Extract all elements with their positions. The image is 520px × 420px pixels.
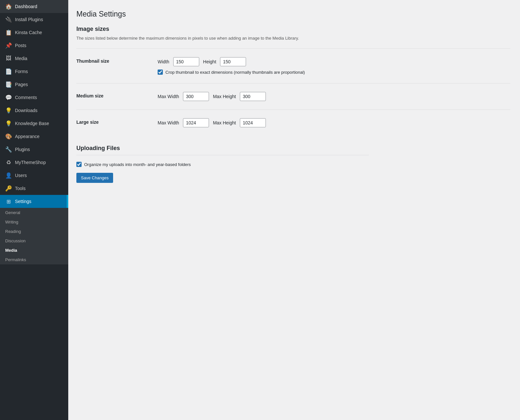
sidebar-item-tools[interactable]: 🔑 Tools <box>0 182 68 195</box>
plugin-icon: 🔧 <box>5 146 12 153</box>
organize-uploads-checkbox[interactable] <box>76 162 82 167</box>
organize-uploads-row: Organize my uploads into month- and year… <box>76 162 369 167</box>
sidebar-item-comments[interactable]: 💬 Comments <box>0 91 68 104</box>
thumbnail-height-input[interactable] <box>220 57 246 66</box>
downloads-icon: 💡 <box>5 107 12 114</box>
large-max-height-label: Max Height <box>213 120 236 125</box>
sidebar-item-settings[interactable]: ⊞ Settings <box>0 195 68 208</box>
settings-icon: ⊞ <box>5 198 12 205</box>
sidebar-item-mythemeshop[interactable]: ♻ MyThemeShop <box>0 156 68 169</box>
sidebar-item-downloads[interactable]: 💡 Downloads <box>0 104 68 117</box>
sidebar-item-label: Kinsta Cache <box>15 30 42 35</box>
sidebar-item-label: Plugins <box>15 147 30 152</box>
thumbnail-size-control: Width Height Crop thumbnail to exact dim… <box>158 54 510 78</box>
sidebar-item-plugins[interactable]: 🔧 Plugins <box>0 143 68 156</box>
sidebar-item-pages[interactable]: 📑 Pages <box>0 78 68 91</box>
tools-icon: 🔑 <box>5 185 12 192</box>
sidebar-item-label: MyThemeShop <box>15 160 46 165</box>
save-changes-button[interactable]: Save Changes <box>76 173 113 183</box>
thumbnail-crop-checkbox[interactable] <box>158 70 163 75</box>
thumbnail-size-label: Thumbnail size <box>76 54 158 68</box>
large-max-width-label: Max Width <box>158 120 179 125</box>
large-width-input[interactable] <box>183 118 209 127</box>
medium-max-height-label: Max Height <box>213 94 236 99</box>
large-size-control: Max Width Max Height <box>158 115 510 131</box>
submenu-permalinks[interactable]: Permalinks <box>0 255 68 264</box>
page-title: Media Settings <box>76 10 510 19</box>
uploading-files-heading: Uploading Files <box>76 145 369 152</box>
knowledge-base-icon: 💡 <box>5 120 12 127</box>
sidebar-item-posts[interactable]: 📌 Posts <box>0 39 68 52</box>
sidebar-item-label: Comments <box>15 95 37 100</box>
kinsta-icon: 📋 <box>5 29 12 36</box>
sidebar-item-label: Forms <box>15 69 28 74</box>
sidebar-item-label: Pages <box>15 82 28 87</box>
medium-width-input[interactable] <box>183 92 209 101</box>
sidebar: 🏠 Dashboard 🔌 Install Plugins 📋 Kinsta C… <box>0 0 68 420</box>
submenu-general[interactable]: General <box>0 208 68 217</box>
sidebar-item-install-plugins[interactable]: 🔌 Install Plugins <box>0 13 68 26</box>
thumbnail-width-input[interactable] <box>173 57 199 66</box>
thumbnail-crop-row: Crop thumbnail to exact dimensions (norm… <box>158 70 510 75</box>
medium-dimensions-row: Max Width Max Height <box>158 92 510 101</box>
sidebar-item-users[interactable]: 👤 Users <box>0 169 68 182</box>
submenu-discussion[interactable]: Discussion <box>0 236 68 246</box>
medium-size-row: Medium size Max Width Max Height <box>76 83 510 109</box>
comments-icon: 💬 <box>5 94 12 101</box>
media-icon: 🖼 <box>5 55 12 62</box>
sidebar-item-label: Settings <box>15 199 32 204</box>
thumbnail-crop-label: Crop thumbnail to exact dimensions (norm… <box>165 70 305 75</box>
large-dimensions-row: Max Width Max Height <box>158 118 510 127</box>
sidebar-item-dashboard[interactable]: 🏠 Dashboard <box>0 0 68 13</box>
users-icon: 👤 <box>5 172 12 179</box>
sidebar-item-label: Appearance <box>15 134 40 139</box>
sidebar-item-label: Media <box>15 56 27 61</box>
large-height-input[interactable] <box>240 118 266 127</box>
organize-uploads-label: Organize my uploads into month- and year… <box>84 162 191 167</box>
submenu-writing[interactable]: Writing <box>0 217 68 227</box>
sidebar-item-label: Users <box>15 173 27 178</box>
image-sizes-description: The sizes listed below determine the max… <box>76 36 369 41</box>
thumbnail-size-row: Thumbnail size Width Height Crop thumbna… <box>76 48 510 83</box>
plugins-icon: 🔌 <box>5 16 12 23</box>
uploading-section: Uploading Files Organize my uploads into… <box>76 145 369 167</box>
uploading-divider <box>76 155 369 155</box>
medium-height-input[interactable] <box>240 92 266 101</box>
sidebar-item-label: Dashboard <box>15 4 37 9</box>
medium-max-width-label: Max Width <box>158 94 179 99</box>
submenu-reading[interactable]: Reading <box>0 227 68 236</box>
medium-size-label: Medium size <box>76 89 158 103</box>
sidebar-item-label: Posts <box>15 43 26 48</box>
sidebar-item-label: Tools <box>15 186 26 191</box>
appearance-icon: 🎨 <box>5 133 12 140</box>
sidebar-item-forms[interactable]: 📄 Forms <box>0 65 68 78</box>
dashboard-icon: 🏠 <box>5 3 12 10</box>
medium-size-control: Max Width Max Height <box>158 89 510 104</box>
main-content: Media Settings Image sizes The sizes lis… <box>68 0 520 420</box>
thumbnail-height-label: Height <box>203 59 216 64</box>
sidebar-item-label: Knowledge Base <box>15 121 49 126</box>
mythemeshop-icon: ♻ <box>5 159 12 166</box>
large-size-row: Large size Max Width Max Height <box>76 109 510 136</box>
sidebar-item-label: Downloads <box>15 108 37 113</box>
sidebar-item-knowledge-base[interactable]: 💡 Knowledge Base <box>0 117 68 130</box>
sidebar-item-kinsta-cache[interactable]: 📋 Kinsta Cache <box>0 26 68 39</box>
posts-icon: 📌 <box>5 42 12 49</box>
sidebar-item-media[interactable]: 🖼 Media <box>0 52 68 65</box>
large-size-label: Large size <box>76 115 158 129</box>
sidebar-item-label: Install Plugins <box>15 17 43 22</box>
forms-icon: 📄 <box>5 68 12 75</box>
thumbnail-width-label: Width <box>158 59 169 64</box>
submenu-media[interactable]: Media <box>0 246 68 255</box>
sidebar-item-appearance[interactable]: 🎨 Appearance <box>0 130 68 143</box>
pages-icon: 📑 <box>5 81 12 88</box>
image-sizes-heading: Image sizes <box>76 26 510 32</box>
thumbnail-dimensions-row: Width Height <box>158 57 510 66</box>
